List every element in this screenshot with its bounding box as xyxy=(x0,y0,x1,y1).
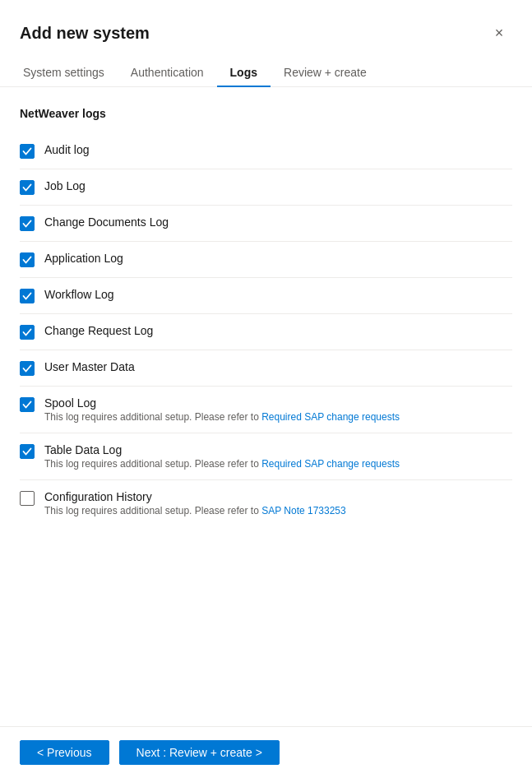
checkbox-table-data-log[interactable] xyxy=(20,444,35,459)
tab-review-create[interactable]: Review + create xyxy=(271,59,380,87)
checkbox-workflow-log[interactable] xyxy=(20,289,35,303)
log-item-configuration-history: Configuration HistoryThis log requires a… xyxy=(20,480,512,526)
tab-logs[interactable]: Logs xyxy=(217,59,271,87)
log-item-spool-log: Spool LogThis log requires additional se… xyxy=(20,387,512,433)
close-button[interactable]: × xyxy=(486,20,512,46)
log-item-application-log: Application Log xyxy=(20,242,512,278)
tabs-nav: System settingsAuthenticationLogsReview … xyxy=(0,59,532,87)
add-new-system-dialog: Add new system × System settingsAuthenti… xyxy=(0,0,532,778)
footer: < Previous Next : Review + create > xyxy=(0,726,532,778)
checkbox-change-request-log[interactable] xyxy=(20,325,35,340)
log-item-change-documents-log: Change Documents Log xyxy=(20,206,512,242)
checkbox-icon-change-request-log xyxy=(20,325,35,340)
logs-content: NetWeaver logs Audit logJob LogChange Do… xyxy=(0,87,532,726)
checkbox-icon-application-log xyxy=(20,252,35,267)
checkbox-icon-spool-log xyxy=(20,397,35,412)
log-info-configuration-history: Configuration HistoryThis log requires a… xyxy=(44,490,346,516)
log-name-spool-log: Spool Log xyxy=(44,396,400,410)
log-info-job-log: Job Log xyxy=(44,179,86,192)
tab-system-settings[interactable]: System settings xyxy=(20,59,118,87)
checkbox-icon-workflow-log xyxy=(20,289,35,303)
log-desc-table-data-log: This log requires additional setup. Plea… xyxy=(44,458,400,470)
log-info-workflow-log: Workflow Log xyxy=(44,288,114,301)
log-item-audit-log: Audit log xyxy=(20,133,512,169)
tab-authentication[interactable]: Authentication xyxy=(118,59,217,87)
log-desc-spool-log: This log requires additional setup. Plea… xyxy=(44,411,400,423)
log-name-change-documents-log: Change Documents Log xyxy=(44,215,169,229)
checkbox-application-log[interactable] xyxy=(20,252,35,267)
log-link-table-data-log[interactable]: Required SAP change requests xyxy=(261,458,400,470)
log-name-change-request-log: Change Request Log xyxy=(44,324,153,337)
checkbox-user-master-data[interactable] xyxy=(20,361,35,376)
log-name-configuration-history: Configuration History xyxy=(44,490,346,503)
log-desc-configuration-history: This log requires additional setup. Plea… xyxy=(44,505,346,516)
log-name-workflow-log: Workflow Log xyxy=(44,288,114,301)
log-info-application-log: Application Log xyxy=(44,252,123,265)
checkbox-icon-change-documents-log xyxy=(20,216,35,231)
log-item-user-master-data: User Master Data xyxy=(20,350,512,387)
log-item-job-log: Job Log xyxy=(20,169,512,206)
log-info-change-request-log: Change Request Log xyxy=(44,324,153,337)
checkbox-change-documents-log[interactable] xyxy=(20,216,35,231)
log-item-change-request-log: Change Request Log xyxy=(20,314,512,350)
log-info-table-data-log: Table Data LogThis log requires addition… xyxy=(44,443,400,470)
checkbox-icon-table-data-log xyxy=(20,444,35,459)
log-link-configuration-history[interactable]: SAP Note 1733253 xyxy=(261,505,346,516)
log-name-table-data-log: Table Data Log xyxy=(44,443,400,456)
checkbox-icon-configuration-history xyxy=(20,491,35,506)
log-info-spool-log: Spool LogThis log requires additional se… xyxy=(44,396,400,423)
log-info-user-master-data: User Master Data xyxy=(44,360,135,373)
log-link-spool-log[interactable]: Required SAP change requests xyxy=(261,411,400,423)
dialog-title: Add new system xyxy=(20,24,150,43)
checkbox-audit-log[interactable] xyxy=(20,144,35,159)
checkbox-icon-job-log xyxy=(20,180,35,195)
section-title: NetWeaver logs xyxy=(20,107,512,120)
checkbox-configuration-history[interactable] xyxy=(20,491,35,506)
logs-list: Audit logJob LogChange Documents LogAppl… xyxy=(20,133,512,526)
log-info-change-documents-log: Change Documents Log xyxy=(44,215,169,229)
checkbox-job-log[interactable] xyxy=(20,180,35,195)
next-button[interactable]: Next : Review + create > xyxy=(119,740,280,765)
log-item-workflow-log: Workflow Log xyxy=(20,278,512,314)
checkbox-icon-audit-log xyxy=(20,144,35,159)
log-item-table-data-log: Table Data LogThis log requires addition… xyxy=(20,433,512,480)
log-name-user-master-data: User Master Data xyxy=(44,360,135,373)
log-info-audit-log: Audit log xyxy=(44,143,89,156)
checkbox-icon-user-master-data xyxy=(20,361,35,376)
checkbox-spool-log[interactable] xyxy=(20,397,35,412)
previous-button[interactable]: < Previous xyxy=(20,740,109,765)
log-name-application-log: Application Log xyxy=(44,252,123,265)
log-name-audit-log: Audit log xyxy=(44,143,89,156)
log-name-job-log: Job Log xyxy=(44,179,86,192)
dialog-header: Add new system × xyxy=(0,0,532,59)
